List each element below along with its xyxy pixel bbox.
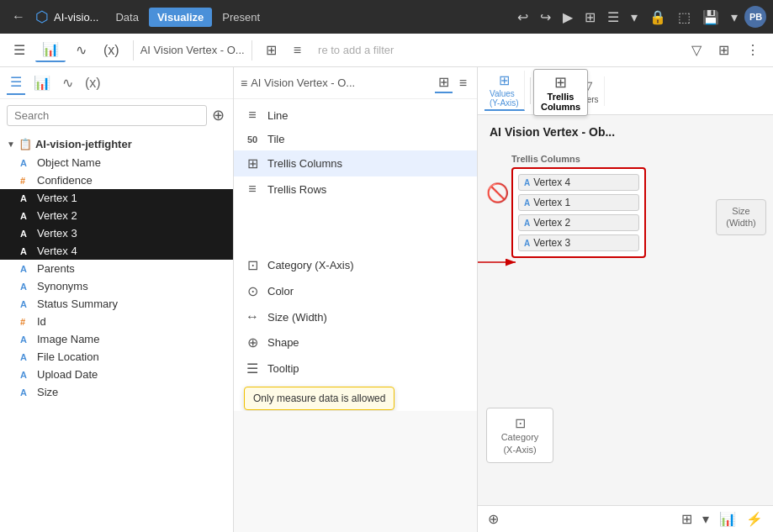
field-vertex1[interactable]: A Vertex 1 [0, 189, 233, 207]
field-size[interactable]: A Size [0, 383, 233, 401]
filter-placeholder: re to add a filter [318, 44, 394, 56]
window-button[interactable]: ⬚ [673, 6, 696, 29]
field-upload-date[interactable]: A Upload Date [0, 366, 233, 383]
grid-button[interactable]: ⊞ [580, 6, 601, 29]
viz-option-trellis-rows[interactable]: ≡ Trellis Rows [234, 176, 477, 202]
add-field-button[interactable]: ⊕ [210, 104, 226, 126]
viz-option-label: Size (Width) [267, 311, 327, 324]
line-icon-btn[interactable]: ∿ [69, 39, 93, 61]
field-label: Image Name [37, 333, 99, 345]
grid-opt-icon[interactable]: ⊞ [435, 72, 453, 93]
chip-type-icon: A [524, 198, 530, 208]
table-bottom-btn[interactable]: ▾ [699, 509, 712, 529]
viz-option-category[interactable]: ⊡ Category (X-Axis) [234, 252, 477, 278]
list-opt-icon[interactable]: ≡ [456, 74, 470, 92]
field-label: Object Name [37, 156, 101, 169]
app-logo: ⬡ [35, 8, 49, 26]
save-dropdown[interactable]: ▾ [726, 6, 743, 29]
field-label: Parents [37, 262, 75, 275]
category-zone: ⊡ Category(X-Axis) [486, 408, 553, 463]
field-label: Vertex 1 [37, 192, 77, 204]
field-label: Confidence [37, 174, 93, 187]
format-icon-btn[interactable]: ⊞ [712, 39, 736, 61]
viz-option-tile[interactable]: 50 Tile [234, 128, 477, 150]
chip-name-label: Vertex 4 [533, 176, 570, 188]
field-object-name[interactable]: A Object Name [0, 154, 233, 171]
profile-button[interactable]: PB [744, 6, 766, 28]
field-parents[interactable]: A Parents [0, 260, 233, 277]
viz-option-shape[interactable]: ⊕ Shape [234, 329, 477, 356]
field-status-summary[interactable]: A Status Summary [0, 295, 233, 313]
no-entry-icon: 🚫 [486, 182, 509, 204]
values-tab-icon: ⊞ [499, 72, 510, 88]
field-image-name[interactable]: A Image Name [0, 330, 233, 348]
chip-vertex3[interactable]: A Vertex 3 [518, 234, 639, 251]
add-bottom-button[interactable]: ⊕ [484, 509, 502, 529]
filter-icon-btn[interactable]: ▽ [685, 39, 708, 61]
right-top-bar: ⊞ Values(Y-Axis) 50 Tile ▽ Filters [478, 67, 773, 115]
field-file-location[interactable]: A File Location [0, 348, 233, 366]
category-text: Category(X-Axis) [494, 431, 546, 456]
field-type-icon: A [20, 264, 32, 274]
tab-icon-chart[interactable]: 📊 [30, 71, 54, 94]
grid-bottom-btn[interactable]: ⊞ [678, 509, 696, 529]
viz-option-line[interactable]: ≡ Line [234, 103, 477, 128]
viz-option-tooltip[interactable]: ☰ Tooltip [234, 356, 477, 382]
redo-button[interactable]: ↪ [535, 6, 556, 29]
chip-vertex1[interactable]: A Vertex 1 [518, 194, 639, 211]
tab-icon-line[interactable]: ∿ [59, 71, 77, 94]
category-viz-icon: ⊡ [244, 257, 261, 273]
viz-option-trellis-columns[interactable]: ⊞ Trellis Columns [234, 150, 477, 176]
table-icon-btn[interactable]: ☰ [7, 39, 32, 61]
chart-bottom-btn[interactable]: 📊 [716, 509, 739, 529]
chip-vertex2[interactable]: A Vertex 2 [518, 214, 639, 231]
field-synonyms[interactable]: A Synonyms [0, 277, 233, 295]
field-vertex2[interactable]: A Vertex 2 [0, 207, 233, 224]
back-button[interactable]: ← [7, 6, 30, 28]
data-nav-button[interactable]: Data [107, 8, 146, 27]
tooltip-message: Only measure data is allowed [244, 387, 394, 410]
layout-button[interactable]: ☰ [602, 6, 624, 29]
field-confidence[interactable]: # Confidence [0, 171, 233, 189]
color-viz-icon: ⊙ [244, 283, 261, 299]
field-type-icon: A [20, 246, 32, 256]
sub-toolbar: ☰ 📊 ∿ (x) AI Vision Vertex - O... ⊞ ≡ re… [0, 34, 773, 67]
viz-option-color[interactable]: ⊙ Color [234, 278, 477, 304]
visualize-nav-button[interactable]: Visualize [149, 8, 212, 27]
present-nav-button[interactable]: Present [214, 8, 268, 27]
tab-icon-formula[interactable]: (x) [82, 72, 104, 94]
search-input[interactable] [7, 105, 207, 126]
field-vertex4[interactable]: A Vertex 4 [0, 242, 233, 260]
lightning-bottom-btn[interactable]: ⚡ [743, 509, 766, 529]
viz-option-label: Shape [267, 336, 299, 349]
filter-area: re to add a filter [311, 44, 681, 56]
tooltip-viz-icon: ☰ [244, 361, 261, 377]
viz-option-label: Trellis Columns [267, 157, 342, 170]
dataset-header[interactable]: ▼ 📋 AI-vision-jetfighter [0, 134, 233, 154]
chip-vertex4[interactable]: A Vertex 4 [518, 174, 639, 191]
lock-button[interactable]: 🔒 [644, 6, 671, 29]
chart-icon-btn[interactable]: 📊 [35, 38, 66, 62]
line-viz-icon: ≡ [244, 108, 261, 123]
more-icon-btn[interactable]: ⋮ [739, 39, 766, 61]
save-button[interactable]: 💾 [697, 6, 724, 29]
field-label: Size [37, 386, 58, 398]
play-button[interactable]: ▶ [558, 6, 578, 29]
breadcrumb-text: AI Vision Vertex - O... [140, 44, 245, 56]
left-panel: ☰ 📊 ∿ (x) ⊕ ▼ 📋 AI-vision-jetfighter A O… [0, 67, 234, 532]
chart-options: ⊞ ≡ [435, 72, 470, 93]
field-type-icon: A [20, 299, 32, 309]
middle-panel: ≡ AI Vision Vertex - O... ⊞ ≡ ≡ Line 50 … [234, 67, 478, 532]
formula-icon-btn[interactable]: (x) [97, 40, 126, 61]
field-vertex3[interactable]: A Vertex 3 [0, 224, 233, 242]
dropdown-button[interactable]: ▾ [626, 6, 643, 29]
grid-view-btn[interactable]: ⊞ [259, 39, 283, 61]
undo-button[interactable]: ↩ [512, 6, 533, 29]
tab-values-y-axis[interactable]: ⊞ Values(Y-Axis) [484, 71, 525, 111]
tab-icon-table[interactable]: ☰ [7, 71, 25, 95]
viz-option-size[interactable]: ↔ Size (Width) [234, 304, 477, 329]
chip-type-icon: A [524, 239, 530, 248]
list-view-btn[interactable]: ≡ [287, 40, 308, 61]
field-id[interactable]: # Id [0, 313, 233, 330]
field-label: Vertex 4 [37, 245, 77, 257]
